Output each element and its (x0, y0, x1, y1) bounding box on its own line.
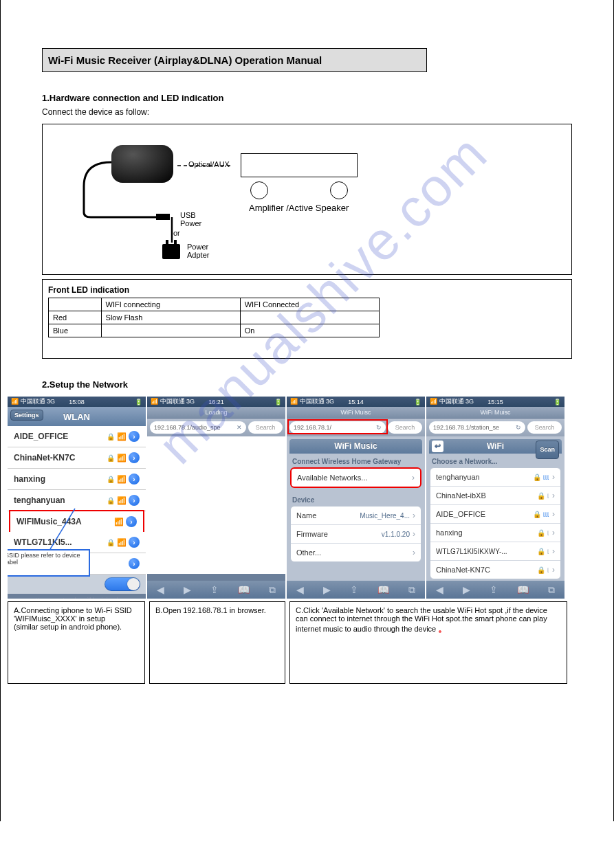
status-time: 15:15 (426, 399, 564, 405)
hardware-text: Connect the device as follow: (42, 106, 600, 118)
search-field[interactable]: Search (527, 421, 562, 434)
detail-icon[interactable]: › (129, 537, 140, 548)
device-row[interactable]: NameMusic_Here_4...› (291, 507, 421, 525)
led-cell: Slow Flash (101, 311, 240, 324)
forward-icon[interactable]: ▶ (463, 584, 470, 595)
net-ssid: ChinaNet-ibXB (436, 491, 486, 500)
list-item[interactable]: AIDE_OFFICE🔒📶› (8, 426, 146, 447)
forward-icon[interactable]: ▶ (184, 584, 191, 595)
browser-toolbar: ◀ ▶ ⇪ 📖 ⧉ (147, 581, 285, 599)
bookmarks-icon[interactable]: 📖 (377, 584, 389, 595)
network-row[interactable]: WTLG7L1KI5IKXWY-...🔒 ୲› (430, 542, 560, 561)
detail-icon[interactable]: › (129, 452, 140, 463)
list-item-highlighted[interactable]: WIFIMusic_443A📶› (9, 510, 144, 533)
signal-icon: ୲ (547, 528, 549, 537)
detail-icon[interactable]: › (129, 431, 140, 442)
available-networks-row[interactable]: Available Networks...› (292, 469, 420, 487)
chevron-icon: › (552, 546, 555, 556)
device-key: Name (296, 511, 316, 520)
wifi-icon: 📶 (117, 538, 127, 547)
status-icons: 🔋 (553, 399, 561, 405)
screenshots-row: 📶 中国联通 3G 15:08 🔋 Settings WLAN AIDE_OFF… (8, 397, 600, 599)
chevron-icon: › (552, 565, 555, 575)
list-item[interactable]: ChinaNet-KN7C🔒📶› (8, 447, 146, 469)
tabs-icon[interactable]: ⧉ (548, 584, 555, 596)
network-row[interactable]: ChinaNet-KN7C🔒 ୲› (430, 561, 560, 579)
status-time: 15:08 (8, 399, 146, 405)
wifi-header: ↩ WiFi Scan (429, 439, 562, 454)
wifi-icon: 📶 (117, 496, 127, 505)
browser-tab[interactable]: WiFi Muisc (287, 407, 425, 419)
network-row[interactable]: AIDE_OFFICE🔒 ୲୲୲› (430, 505, 560, 524)
forward-icon[interactable]: ▶ (323, 584, 331, 595)
bookmarks-icon[interactable]: 📖 (238, 584, 250, 595)
list-item[interactable]: hanxing🔒📶› (8, 469, 146, 490)
search-field[interactable]: Search (248, 421, 283, 434)
detail-icon[interactable]: › (129, 474, 140, 485)
device-row[interactable]: Other...› (291, 544, 421, 561)
cable-path (43, 124, 571, 274)
wlan-footer-text: Known networks will be joined automatica… (8, 594, 146, 599)
detail-icon[interactable]: › (129, 558, 140, 569)
page: manualshive.com Wi-Fi Music Receiver (Ai… (0, 0, 614, 821)
phone-c: 📶 中国联通 3G 15:14 🔋 WiFi Muisc 192.168.78.… (287, 397, 425, 599)
scan-button[interactable]: Scan (536, 441, 559, 459)
device-key: Other... (296, 548, 321, 557)
network-row[interactable]: hanxing🔒 ୲› (430, 524, 560, 542)
lock-icon: 🔒 (537, 492, 545, 500)
ssid-label: ChinaNet-KN7C (14, 453, 75, 463)
refresh-icon[interactable]: ↻ (516, 424, 521, 431)
tabs-icon[interactable]: ⧉ (269, 584, 276, 596)
browser-tab[interactable]: WiFi Muisc (426, 407, 564, 419)
address-field[interactable]: 192.168.78.1/audio_spe ✕ (150, 421, 246, 434)
led-cell: On (240, 324, 379, 337)
power-adapter-label: Power Adpter (187, 243, 209, 259)
caption-b-text: B.Open 192.168.78.1 in browser. (155, 606, 266, 614)
share-icon[interactable]: ⇪ (490, 584, 498, 595)
status-bar: 📶 中国联通 3G 15:15 🔋 (426, 397, 564, 407)
panel-title: WiFi (487, 441, 504, 451)
status-time: 15:14 (287, 399, 425, 405)
usb-plug-image (156, 214, 170, 220)
browser-tab[interactable]: Loading (147, 407, 285, 419)
detail-icon[interactable]: › (126, 516, 137, 527)
back-icon[interactable]: ◀ (436, 584, 443, 595)
device-row[interactable]: Firmwarev1.1.0.20› (291, 525, 421, 544)
led-th-connected: WIFI Connected (240, 298, 379, 311)
bookmarks-icon[interactable]: 📖 (517, 584, 529, 595)
status-bar: 📶 中国联通 3G 15:14 🔋 (287, 397, 425, 407)
tabs-icon[interactable]: ⧉ (408, 584, 415, 596)
back-icon[interactable]: ↩ (432, 441, 443, 452)
net-ssid: AIDE_OFFICE (436, 510, 485, 518)
status-bar: 📶 中国联通 3G 15:08 🔋 (8, 397, 146, 407)
network-row[interactable]: tenghanyuan🔒 ୲୲୲› (430, 468, 560, 487)
led-cell (240, 311, 379, 324)
detail-icon[interactable]: › (129, 495, 140, 506)
net-ssid: WTLG7L1KI5IKXWY-... (436, 548, 507, 555)
share-icon[interactable]: ⇪ (210, 584, 219, 595)
address-field[interactable]: 192.168.78.1/station_se ↻ (429, 421, 525, 434)
ask-to-join-toggle[interactable] (105, 577, 140, 591)
available-networks-row-hl: Available Networks...› (290, 467, 421, 488)
back-icon[interactable]: ◀ (296, 584, 304, 595)
lock-icon: 🔒 (537, 529, 545, 537)
share-icon[interactable]: ⇪ (350, 584, 358, 595)
list-item[interactable]: tenghanyuan🔒📶› (8, 490, 146, 511)
available-label: Available Networks... (297, 474, 368, 482)
address-bar-row: 192.168.78.1/audio_spe ✕ Search (147, 419, 285, 436)
status-bar: 📶 中国联通 3G 16:21 🔋 (147, 397, 285, 407)
amp-label: Amplifier /Active Speaker (249, 203, 349, 213)
wifi-icon: 📶 (117, 454, 127, 463)
browser-toolbar: ◀ ▶ ⇪ 📖 ⧉ (287, 581, 425, 599)
signal-icon: ୲୲୲ (543, 510, 549, 518)
stop-icon[interactable]: ✕ (237, 424, 242, 431)
back-icon[interactable]: ◀ (157, 584, 164, 595)
network-row[interactable]: ChinaNet-ibXB🔒 ୲› (430, 487, 560, 505)
ssid-callout: SSID please refer to device label (8, 549, 90, 577)
signal-icon: ୲ (547, 547, 549, 555)
settings-back-button[interactable]: Settings (10, 410, 43, 421)
red-dot-icon: 。 (438, 623, 448, 634)
search-field[interactable]: Search (388, 421, 422, 434)
wlan-navbar: Settings WLAN (8, 407, 146, 426)
led-table: WIFI connecting WIFI Connected Red Slow … (48, 298, 380, 337)
